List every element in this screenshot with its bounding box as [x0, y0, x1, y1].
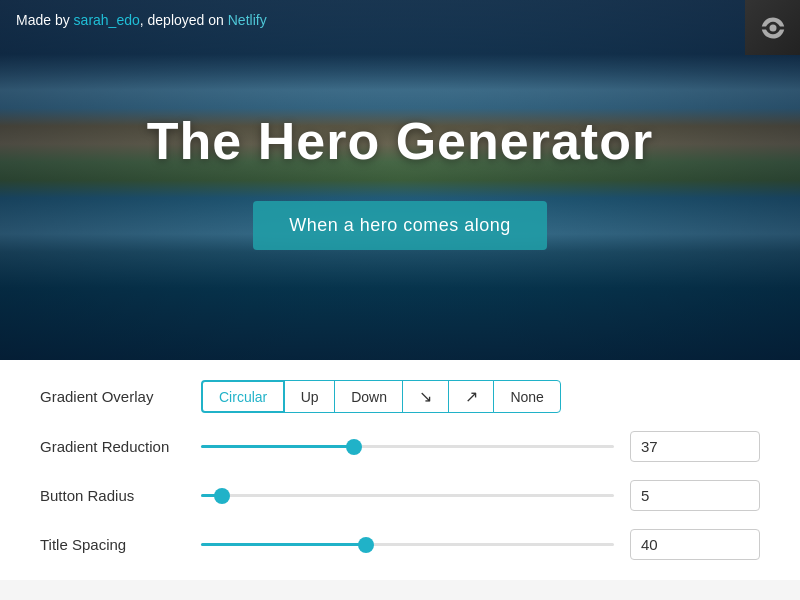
grad-btn-diagonal-down[interactable]: ↘ — [402, 380, 449, 413]
grad-btn-diagonal-up[interactable]: ↗ — [448, 380, 495, 413]
title-spacing-input[interactable] — [630, 529, 760, 560]
gradient-reduction-track — [201, 445, 614, 448]
svg-point-0 — [769, 24, 776, 31]
title-spacing-thumb[interactable] — [358, 537, 374, 553]
title-spacing-row: Title Spacing — [40, 529, 760, 560]
author-link[interactable]: sarah_edo — [74, 12, 140, 28]
grad-btn-circular[interactable]: Circular — [201, 380, 285, 413]
grad-btn-up[interactable]: Up — [284, 380, 336, 413]
gradient-overlay-row: Gradient Overlay Circular Up Down ↘ ↗ No… — [40, 380, 760, 413]
hero-overlay — [0, 0, 800, 360]
button-radius-track — [201, 494, 614, 497]
gradient-reduction-fill — [201, 445, 354, 448]
button-radius-label: Button Radius — [40, 487, 185, 504]
gradient-reduction-row: Gradient Reduction — [40, 431, 760, 462]
hero-button[interactable]: When a hero comes along — [253, 201, 547, 250]
title-spacing-label: Title Spacing — [40, 536, 185, 553]
title-spacing-track — [201, 543, 614, 546]
gradient-reduction-input[interactable] — [630, 431, 760, 462]
grad-btn-down[interactable]: Down — [334, 380, 404, 413]
gradient-reduction-label: Gradient Reduction — [40, 438, 185, 455]
hero-title: The Hero Generator — [147, 111, 653, 171]
grad-btn-none[interactable]: None — [493, 380, 560, 413]
button-radius-row: Button Radius — [40, 480, 760, 511]
attribution-prefix: Made by — [16, 12, 74, 28]
attribution-connector: , deployed on — [140, 12, 228, 28]
hero-section: Made by sarah_edo, deployed on Netlify T… — [0, 0, 800, 360]
button-radius-thumb[interactable] — [214, 488, 230, 504]
attribution-bar: Made by sarah_edo, deployed on Netlify — [16, 12, 267, 28]
gradient-reduction-thumb[interactable] — [346, 439, 362, 455]
title-spacing-fill — [201, 543, 366, 546]
button-radius-slider[interactable] — [201, 486, 614, 506]
gradient-overlay-label: Gradient Overlay — [40, 388, 185, 405]
gradient-overlay-buttons: Circular Up Down ↘ ↗ None — [201, 380, 760, 413]
controls-panel: Gradient Overlay Circular Up Down ↘ ↗ No… — [0, 360, 800, 580]
platform-link[interactable]: Netlify — [228, 12, 267, 28]
gradient-reduction-slider[interactable] — [201, 437, 614, 457]
title-spacing-slider[interactable] — [201, 535, 614, 555]
netlify-icon-corner — [745, 0, 800, 55]
button-radius-input[interactable] — [630, 480, 760, 511]
